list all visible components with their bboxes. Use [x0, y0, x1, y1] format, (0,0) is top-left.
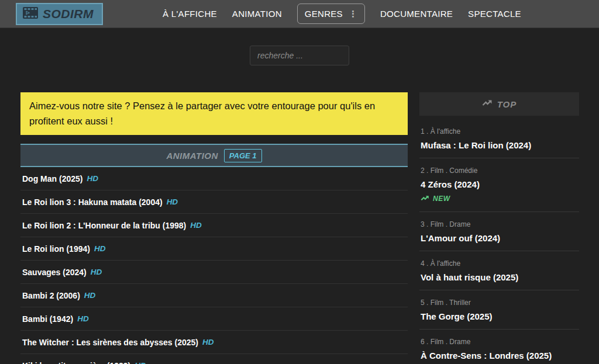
site-logo-text: SODIRM — [43, 7, 94, 21]
top-item[interactable]: 5 . Film . Thriller The Gorge (2025) — [419, 290, 579, 330]
movie-title: Kiki la petite sorcière (1989) — [22, 361, 130, 364]
top-item-rank-label: 3 . Film . Drame — [421, 220, 578, 228]
hd-badge: HD — [94, 244, 106, 253]
nav-item-genres-label: GENRES — [305, 9, 343, 19]
filmstrip-icon — [23, 7, 38, 21]
movie-title: Sauvages (2024) — [22, 268, 87, 277]
hd-badge: HD — [84, 291, 96, 300]
hd-badge: HD — [77, 314, 89, 323]
top-item-rank-label: 4 . À l'affiche — [421, 259, 578, 268]
top-item[interactable]: 3 . Film . Drame L'Amour ouf (2024) — [419, 212, 579, 251]
top-item-rank-label: 2 . Film . Comédie — [421, 167, 578, 175]
top-title: TOP — [497, 99, 517, 109]
movie-row[interactable]: Le Roi lion 2 : L'Honneur de la tribu (1… — [20, 214, 408, 237]
movie-title: Bambi (1942) — [22, 314, 73, 324]
hd-badge: HD — [202, 338, 214, 346]
top-item-rank-label: 6 . Film . Drame — [421, 338, 578, 346]
movie-title: The Witcher : Les sirènes des abysses (2… — [22, 338, 198, 347]
list-category-label: ANIMATION — [166, 151, 218, 161]
search-input[interactable] — [250, 46, 349, 65]
new-badge: NEW — [433, 195, 450, 203]
nav-item-documentaire[interactable]: DOCUMENTAIRE — [380, 9, 453, 19]
top-item-title: L'Amour ouf (2024) — [421, 233, 578, 243]
movie-title: Bambi 2 (2006) — [22, 291, 80, 300]
main-column: Aimez-vous notre site ? Pensez à le part… — [20, 92, 408, 364]
page-badge[interactable]: PAGE 1 — [224, 149, 262, 162]
hd-badge: HD — [190, 221, 202, 230]
top-item-rank-label: 5 . Film . Thriller — [421, 299, 578, 307]
nav-item-a-laffiche[interactable]: À L'AFFICHE — [163, 9, 217, 19]
top-header: TOP — [419, 92, 579, 116]
movie-title: Le Roi lion 3 : Hakuna matata (2004) — [22, 197, 163, 207]
trending-up-icon — [482, 99, 493, 109]
search-section — [0, 28, 599, 65]
top-list: 1 . À l'affiche Mufasa : Le Roi lion (20… — [419, 119, 579, 364]
trending-up-icon — [421, 193, 429, 204]
movie-row[interactable]: Le Roi lion (1994) HD — [20, 237, 408, 261]
movie-title: Le Roi lion (1994) — [22, 244, 90, 254]
movie-row[interactable]: Bambi 2 (2006) HD — [20, 284, 408, 307]
top-item-rank-label: 1 . À l'affiche — [421, 127, 578, 136]
nav-item-spectacle[interactable]: SPECTACLE — [468, 9, 521, 19]
nav-links: À L'AFFICHE ANIMATION GENRES ⋮ DOCUMENTA… — [163, 4, 521, 24]
top-item-title: Mufasa : Le Roi lion (2024) — [421, 140, 578, 150]
vertical-dots-icon: ⋮ — [349, 9, 357, 18]
movie-list: Dog Man (2025) HD Le Roi lion 3 : Hakuna… — [20, 167, 408, 364]
hd-badge: HD — [135, 361, 146, 364]
share-banner: Aimez-vous notre site ? Pensez à le part… — [20, 92, 408, 135]
movie-title: Dog Man (2025) — [22, 174, 82, 183]
movie-row[interactable]: The Witcher : Les sirènes des abysses (2… — [20, 331, 408, 354]
nav-item-animation[interactable]: ANIMATION — [232, 9, 282, 19]
top-item-title: The Gorge (2025) — [421, 311, 578, 321]
top-sidebar: TOP 1 . À l'affiche Mufasa : Le Roi lion… — [419, 92, 579, 364]
movie-row[interactable]: Sauvages (2024) HD — [20, 261, 408, 284]
top-item-title: À Contre-Sens : Londres (2025) — [421, 351, 578, 360]
top-item[interactable]: 4 . À l'affiche Vol à haut risque (2025) — [419, 251, 579, 290]
movie-row[interactable]: Bambi (1942) HD — [20, 307, 408, 331]
movie-row[interactable]: Kiki la petite sorcière (1989) HD — [20, 354, 408, 364]
movie-title: Le Roi lion 2 : L'Honneur de la tribu (1… — [22, 221, 186, 230]
nav-item-genres[interactable]: GENRES ⋮ — [297, 4, 365, 24]
top-item[interactable]: 6 . Film . Drame À Contre-Sens : Londres… — [419, 330, 579, 364]
movie-row[interactable]: Dog Man (2025) HD — [20, 167, 408, 190]
new-badge-row: NEW — [421, 193, 578, 204]
movie-row[interactable]: Le Roi lion 3 : Hakuna matata (2004) HD — [20, 190, 408, 214]
top-item[interactable]: 1 . À l'affiche Mufasa : Le Roi lion (20… — [419, 119, 579, 158]
top-item[interactable]: 2 . Film . Comédie 4 Zéros (2024) NEW — [419, 158, 579, 212]
navbar: SODIRM À L'AFFICHE ANIMATION GENRES ⋮ DO… — [0, 0, 599, 28]
hd-badge: HD — [91, 268, 102, 276]
hd-badge: HD — [87, 174, 98, 183]
site-logo[interactable]: SODIRM — [16, 3, 103, 25]
list-header: ANIMATION PAGE 1 — [20, 144, 408, 167]
content: Aimez-vous notre site ? Pensez à le part… — [0, 65, 599, 364]
top-item-title: Vol à haut risque (2025) — [421, 272, 578, 282]
hd-badge: HD — [167, 197, 178, 206]
top-item-title: 4 Zéros (2024) — [421, 179, 578, 189]
